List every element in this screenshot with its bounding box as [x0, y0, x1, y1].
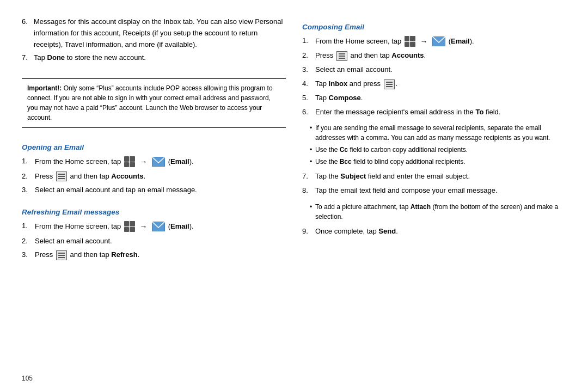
intro-item-6: 6. Messages for this account display on …	[22, 16, 286, 50]
left-column: 6. Messages for this account display on …	[22, 16, 286, 381]
step-c-3: 3. Select an email account.	[302, 64, 566, 76]
arrow-icon-1: →	[139, 156, 147, 168]
page-number: 105	[22, 375, 33, 382]
intro-text-6: Messages for this account display on the…	[34, 16, 286, 50]
menu-icon-4	[384, 79, 395, 89]
step-2-2: 2. Select an email account.	[22, 236, 286, 247]
important-label: Important!:	[27, 84, 62, 92]
menu-icon-3	[336, 51, 347, 61]
step-1-1: 1. From the Home screen, tap → (Email).	[22, 156, 286, 168]
important-text: Only some “Plus” accounts include POP ac…	[27, 84, 273, 121]
bullet-2-1: To add a picture attachment, tap Attach …	[310, 202, 566, 222]
menu-icon-1	[56, 171, 67, 181]
email-icon-2	[152, 222, 165, 231]
important-box: Important!: Only some “Plus” accounts in…	[22, 78, 286, 128]
intro-num-7: 7.	[22, 52, 30, 64]
refreshing-email-title: Refreshing Email messages	[22, 208, 286, 216]
step-c-9: 9. Once complete, tap Send.	[302, 226, 566, 237]
refreshing-email-section: Refreshing Email messages 1. From the Ho…	[22, 201, 286, 266]
opening-email-section: Opening an Email 1. From the Home screen…	[22, 137, 286, 201]
bullet-1-2: Use the Cc field to carbon copy addition…	[310, 145, 566, 155]
opening-email-title: Opening an Email	[22, 143, 286, 151]
intro-num-6: 6.	[22, 16, 30, 50]
home-grid-icon-2	[124, 221, 135, 232]
bullet-1-3: Use the Bcc field to blind copy addition…	[310, 157, 566, 167]
email-icon-3	[432, 36, 445, 46]
bullet-list-2: To add a picture attachment, tap Attach …	[302, 202, 566, 222]
step-2-3: 3. Press and then tap Refresh.	[22, 249, 286, 261]
refreshing-email-steps: 1. From the Home screen, tap → (Email).	[22, 220, 286, 261]
step-c-7: 7. Tap the Subject field and enter the e…	[302, 171, 566, 182]
arrow-icon-3: →	[420, 35, 427, 47]
arrow-icon-2: →	[139, 220, 147, 232]
step-c-5: 5. Tap Compose.	[302, 93, 566, 104]
step-c-4: 4. Tap Inbox and press .	[302, 78, 566, 90]
step-c-8: 8. Tap the email text field and compose …	[302, 185, 566, 197]
composing-email-title: Composing Email	[302, 23, 566, 31]
intro-text-7: Tap Done to store the new account.	[34, 52, 286, 64]
step-1-3: 3. Select an email account and tap an em…	[22, 185, 286, 196]
menu-icon-2	[56, 250, 67, 260]
step-c-2: 2. Press and then tap Accounts.	[302, 50, 566, 62]
intro-item-7: 7. Tap Done to store the new account.	[22, 52, 286, 64]
step-c-6: 6. Enter the message recipient's email a…	[302, 107, 566, 118]
home-grid-icon-1	[124, 156, 135, 167]
composing-email-section: Composing Email 1. From the Home screen,…	[302, 16, 566, 243]
step-c-1: 1. From the Home screen, tap → (Email).	[302, 35, 566, 47]
step-1-2: 2. Press and then tap Accounts.	[22, 171, 286, 182]
composing-email-steps: 1. From the Home screen, tap → (Email).	[302, 35, 566, 118]
step-2-1: 1. From the Home screen, tap → (Email).	[22, 220, 286, 232]
bullet-list-1: If you are sending the email message to …	[302, 123, 566, 167]
page: 6. Messages for this account display on …	[0, 0, 588, 392]
right-column: Composing Email 1. From the Home screen,…	[302, 16, 566, 381]
opening-email-steps: 1. From the Home screen, tap → (Email).	[22, 156, 286, 196]
bullet-1-1: If you are sending the email message to …	[310, 123, 566, 143]
email-icon-1	[152, 157, 165, 167]
composing-email-steps-3: 9. Once complete, tap Send.	[302, 226, 566, 237]
intro-section: 6. Messages for this account display on …	[22, 16, 286, 66]
home-grid-icon-3	[405, 36, 415, 47]
composing-email-steps-2: 7. Tap the Subject field and enter the e…	[302, 171, 566, 197]
